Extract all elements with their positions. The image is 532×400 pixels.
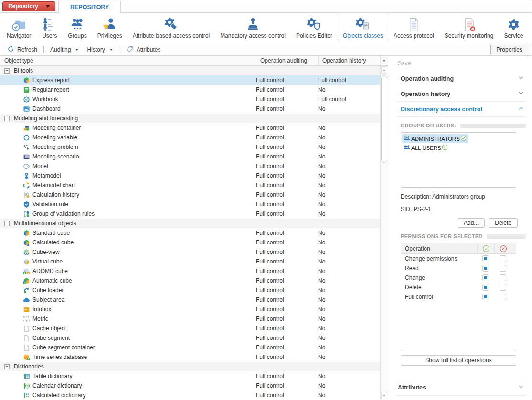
table-row-modeling-container[interactable]: Modeling containerFull controlNo	[0, 123, 380, 133]
auditing-dropdown[interactable]: Auditing	[46, 45, 83, 54]
ribbon-item-groups[interactable]: Groups	[63, 14, 92, 42]
table-row-cube-segment-container[interactable]: Cube segment containerFull controlNo	[0, 343, 380, 352]
deny-checkbox[interactable]	[500, 284, 506, 291]
ribbon-item-policies-editor[interactable]: Policies Editor	[291, 14, 338, 42]
table-row-cube-segment[interactable]: Cube segmentFull controlNo	[0, 333, 380, 343]
ribbon-item-service[interactable]: Service	[499, 14, 528, 42]
table-row-modeling-problem[interactable]: Modeling problemFull controlNo	[0, 142, 380, 152]
show-full-list-button[interactable]: Show full list of operations	[401, 355, 516, 366]
column-header-operation-auditing[interactable]: Operation auditing	[256, 56, 318, 65]
operation-auditing-cell: Full control	[256, 373, 318, 379]
table-row-modeling-variable[interactable]: Modeling variableFull controlNo	[0, 133, 380, 142]
table-row-metric[interactable]: 0.1.2MetricFull controlNo	[0, 314, 380, 324]
column-menu-button[interactable]: ▼	[381, 56, 388, 66]
group-list-item-administrators[interactable]: ADMINISTRATORS	[402, 134, 468, 143]
groups-users-list[interactable]: ADMINISTRATORSALL USERS	[401, 132, 516, 188]
properties-button[interactable]: Properties	[490, 45, 528, 54]
history-dropdown[interactable]: History	[83, 45, 117, 54]
deny-checkbox[interactable]	[500, 255, 506, 262]
table-row-virtual-cube[interactable]: Virtual cubeFull controlNo	[0, 257, 380, 266]
section-attributes[interactable]: Attributes	[397, 379, 526, 396]
table-row-metamodel-chart[interactable]: Metamodel chartFull controlNo	[0, 180, 380, 190]
deny-checkbox[interactable]	[500, 265, 506, 272]
table-row-table-dictionary[interactable]: Table dictionaryFull controlNo	[0, 371, 380, 381]
ribbon-item-security-monitoring[interactable]: Security monitoring	[439, 14, 499, 42]
ribbon-item-objects-classes[interactable]: Objects classes	[338, 14, 388, 42]
attributes-button[interactable]: Attributes	[121, 44, 165, 55]
table-row-cube-view[interactable]: Cube-viewFull controlNo	[0, 247, 380, 257]
scroll-up-button[interactable]: ▲	[381, 66, 387, 74]
ribbon-item-privileges[interactable]: Privileges	[92, 14, 128, 42]
save-button[interactable]: Save	[397, 56, 526, 71]
allow-checkbox[interactable]	[482, 265, 489, 272]
table-row-multidimensional-objects[interactable]: −Multidimensional objects	[0, 219, 380, 228]
allow-checkbox[interactable]	[482, 255, 489, 262]
table-row-calculated-cube[interactable]: Calculated cubeFull controlNo	[0, 238, 380, 247]
object-type-cell: Calendar dictionary	[0, 382, 256, 389]
table-row-calculated-dictionary[interactable]: Calculated dictionaryFull controlNo	[0, 390, 380, 400]
table-row-dashboard[interactable]: DashboardFull controlNo	[0, 104, 380, 114]
table-row-modeling-scenario[interactable]: Modeling scenarioFull controlNo	[0, 152, 380, 161]
table-row-regular-report[interactable]: Regular reportFull controlNo	[0, 85, 380, 95]
table-row-adomd-cube[interactable]: AaADOMD cubeFull controlNo	[0, 266, 380, 276]
operation-history-cell: No	[318, 306, 380, 313]
table-row-time-series-database[interactable]: Time series databaseFull controlNo	[0, 352, 380, 362]
collapse-expander-icon[interactable]: −	[4, 68, 10, 74]
group-list-item-all-users[interactable]: ALL USERS	[402, 143, 449, 152]
table-row-calendar-dictionary[interactable]: Calendar dictionaryFull controlNo	[0, 381, 380, 390]
svg-text:a: a	[28, 272, 29, 274]
table-row-subject-area[interactable]: Subject areaFull controlNo	[0, 295, 380, 305]
deny-checkbox[interactable]	[500, 294, 506, 300]
table-row-express-report[interactable]: Express reportFull controlFull control	[0, 75, 380, 85]
refresh-button[interactable]: Refresh	[3, 44, 42, 55]
deny-checkbox[interactable]	[500, 274, 506, 281]
table-row-infobox[interactable]: InfoboxFull controlNo	[0, 305, 380, 314]
table-row-bi-tools[interactable]: −BI tools	[0, 66, 380, 75]
cube-segment-icon	[23, 335, 30, 342]
collapse-expander-icon[interactable]: −	[4, 221, 10, 226]
ribbon-item-attribute-based-access-control[interactable]: Attribute-based access control	[128, 14, 215, 42]
collapse-expander-icon[interactable]: −	[4, 364, 10, 369]
table-row-modeling-and-forecasting[interactable]: −Modeling and forecasting	[0, 114, 380, 123]
policies-editor-icon	[306, 17, 322, 32]
table-row-calculation-history[interactable]: Calculation historyFull controlNo	[0, 190, 380, 200]
tab-bar: Repository REPOSITORY	[0, 0, 532, 13]
check-circle-icon	[460, 135, 467, 143]
table-row-workbook[interactable]: WorkbookFull controlFull control	[0, 95, 380, 104]
scrollbar-track[interactable]	[381, 74, 388, 392]
ribbon-item-label: Mandatory access control	[220, 32, 286, 39]
section-operation-history[interactable]: Operation history	[397, 86, 526, 102]
add-button[interactable]: Add...	[458, 218, 485, 228]
scroll-down-button[interactable]: ▼	[381, 392, 387, 399]
ribbon-item-navigator[interactable]: Navigator	[1, 14, 36, 42]
repository-menu-button[interactable]: Repository	[2, 1, 55, 11]
allow-checkbox[interactable]	[482, 274, 489, 281]
scrollbar-thumb[interactable]	[381, 75, 387, 163]
table-row-model[interactable]: ModelFull controlNo	[0, 161, 380, 171]
table-row-cube-loader[interactable]: Cube loaderFull controlNo	[0, 285, 380, 295]
table-row-metamodel[interactable]: MetamodelFull controlNo	[0, 171, 380, 180]
object-type-label: Standard cube	[32, 230, 70, 236]
table-row-cache-object[interactable]: Cache objectFull controlNo	[0, 324, 380, 333]
table-row-standard-cube[interactable]: Standard cubeFull controlNo	[0, 228, 380, 238]
operation-auditing-cell: Full control	[256, 335, 318, 341]
allow-checkbox[interactable]	[482, 294, 489, 300]
delete-button[interactable]: Delete	[489, 218, 518, 228]
allow-checkbox[interactable]	[482, 284, 489, 291]
ribbon-item-users[interactable]: Users	[36, 14, 63, 42]
section-discretionary-access-control[interactable]: Discretionary access control	[397, 102, 526, 117]
column-header-object-type[interactable]: Object type	[0, 56, 256, 65]
collapse-expander-icon[interactable]: −	[4, 116, 10, 121]
auditing-label: Auditing	[50, 46, 71, 53]
column-header-operation-history[interactable]: Operation history	[318, 56, 380, 65]
table-row-validation-rule[interactable]: Validation ruleFull controlNo	[0, 200, 380, 209]
table-row-dictionaries[interactable]: −Dictionaries	[0, 362, 380, 371]
tab-repository[interactable]: REPOSITORY	[58, 1, 121, 13]
table-row-automatic-cube[interactable]: AAutomatic cubeFull controlNo	[0, 276, 380, 285]
object-type-cell: AAutomatic cube	[0, 277, 256, 284]
table-row-group-of-validation-rules[interactable]: Group of validation rulesFull controlNo	[0, 209, 380, 219]
calculated-dictionary-icon	[23, 392, 30, 399]
ribbon-item-mandatory-access-control[interactable]: Mandatory access control	[215, 14, 291, 42]
section-operation-auditing[interactable]: Operation auditing	[397, 71, 526, 86]
ribbon-item-access-protocol[interactable]: Access protocol	[388, 14, 439, 42]
